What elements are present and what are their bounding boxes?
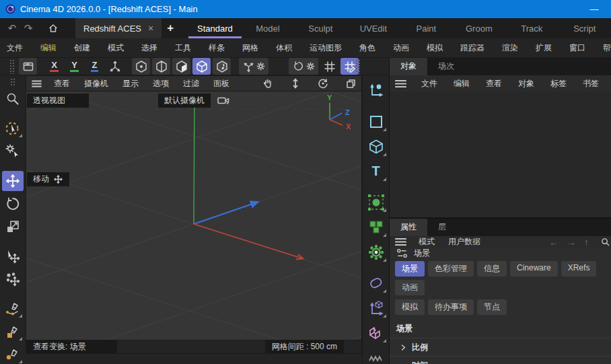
attribute-group-row[interactable]: 比例 xyxy=(390,338,611,356)
rotate-tool-button[interactable] xyxy=(2,194,24,214)
menu-item[interactable]: 创建 xyxy=(74,42,90,54)
deformer-button[interactable] xyxy=(365,272,388,294)
viewport-menu-item[interactable]: 查看 xyxy=(54,78,70,89)
pen-tool-button[interactable] xyxy=(2,344,24,364)
menu-item[interactable]: 渲染 xyxy=(502,42,518,54)
menu-item[interactable]: 窗口 xyxy=(569,42,585,54)
category-tab[interactable]: 动画 xyxy=(395,280,425,295)
category-tab[interactable]: 信息 xyxy=(477,261,507,277)
object-list[interactable] xyxy=(390,92,611,217)
menu-item[interactable]: 模式 xyxy=(108,42,124,54)
enable-axis-button[interactable] xyxy=(239,58,268,75)
category-tab[interactable]: XRefs xyxy=(561,261,597,277)
object-menu-item[interactable]: 查看 xyxy=(486,78,502,89)
layout-tab[interactable]: Standard xyxy=(188,18,241,38)
menu-item[interactable]: 网格 xyxy=(242,42,258,54)
model-mode-button[interactable] xyxy=(192,58,211,75)
layout-tab[interactable]: Track xyxy=(505,18,558,38)
edges-mode-button[interactable] xyxy=(152,58,170,75)
coordinate-system-button[interactable] xyxy=(106,58,124,75)
viewport-menu-item[interactable]: 过滤 xyxy=(183,78,199,89)
viewport-menu-item[interactable]: 面板 xyxy=(213,78,229,89)
generator-button[interactable] xyxy=(365,191,388,213)
undo-button[interactable]: ↶ xyxy=(4,18,20,38)
cube-primitive-button[interactable] xyxy=(365,135,388,157)
hamburger-icon[interactable] xyxy=(32,80,42,87)
redo-button[interactable]: ↷ xyxy=(20,18,36,38)
search-icon[interactable] xyxy=(601,238,610,246)
menu-item[interactable]: 跟踪器 xyxy=(460,42,484,54)
layout-tab[interactable]: Paint xyxy=(400,18,452,38)
attribute-tab[interactable]: 层 xyxy=(427,219,457,236)
object-menu-item[interactable]: 标签 xyxy=(550,78,567,89)
attribute-menu-item[interactable]: 用户数据 xyxy=(448,236,480,248)
scale-tool-button[interactable] xyxy=(2,217,24,237)
lock-x-axis-button[interactable]: X xyxy=(45,58,63,75)
polygons-mode-button[interactable] xyxy=(172,58,190,75)
toolbar-drag-handle[interactable] xyxy=(9,59,15,74)
menu-item[interactable]: 帮助 xyxy=(603,42,611,54)
sketch-pen-tool-button[interactable] xyxy=(2,322,24,342)
menu-item[interactable]: 体积 xyxy=(276,42,292,54)
normal-rotate-button[interactable] xyxy=(289,58,318,75)
tweak-tool-button[interactable] xyxy=(2,141,24,161)
add-tab-button[interactable]: + xyxy=(161,18,179,38)
menu-item[interactable]: 角色 xyxy=(359,42,375,54)
category-tab[interactable]: 待办事项 xyxy=(428,299,474,315)
category-tab[interactable]: 模拟 xyxy=(395,299,425,315)
comb-tool-button[interactable] xyxy=(365,353,388,364)
viewport-menu-item[interactable]: 摄像机 xyxy=(84,78,108,89)
mode-toggle-icon[interactable] xyxy=(396,248,408,258)
object-menu-item[interactable]: 对象 xyxy=(518,78,534,89)
menu-item[interactable]: 文件 xyxy=(7,42,23,54)
viewport-menu-item[interactable]: 显示 xyxy=(122,78,139,89)
text-tool-button[interactable]: T xyxy=(365,160,388,182)
orbit-icon[interactable] xyxy=(318,78,328,89)
view-label[interactable]: 透视视图 xyxy=(27,94,89,108)
history-nav-button[interactable]: ← xyxy=(549,237,559,248)
texture-mode-button[interactable] xyxy=(213,58,231,75)
home-button[interactable] xyxy=(43,18,63,38)
layout-tab[interactable]: Groom xyxy=(453,18,505,38)
history-nav-button[interactable]: ↑ xyxy=(584,237,589,248)
category-tab[interactable]: 色彩管理 xyxy=(428,261,474,277)
attribute-menu-item[interactable]: 模式 xyxy=(419,236,435,248)
menu-item[interactable]: 编辑 xyxy=(40,42,57,54)
object-menu-item[interactable]: 书签 xyxy=(583,78,599,89)
pan-hand-icon[interactable] xyxy=(262,78,273,89)
object-menu-item[interactable]: 编辑 xyxy=(454,78,470,89)
live-selection-tool-button[interactable] xyxy=(2,118,24,139)
lock-z-axis-button[interactable]: Z xyxy=(85,58,104,75)
multi-move-tool-button[interactable] xyxy=(2,269,24,289)
menu-item[interactable]: 选择 xyxy=(141,42,157,54)
document-tab[interactable]: Redshift ACES × xyxy=(75,18,161,38)
camera-icon[interactable] xyxy=(217,96,229,105)
minimize-button[interactable]: — xyxy=(583,4,606,14)
maximize-view-icon[interactable] xyxy=(346,79,356,89)
manager-tab[interactable]: 场次 xyxy=(427,58,465,75)
lock-y-axis-button[interactable]: Y xyxy=(65,58,83,75)
menu-item[interactable]: 动画 xyxy=(393,42,409,54)
menu-item[interactable]: 扩展 xyxy=(536,42,552,54)
camera-label[interactable]: 默认摄像机 xyxy=(158,94,211,108)
instance-button[interactable] xyxy=(365,322,388,344)
move-tool-button[interactable] xyxy=(2,171,24,191)
toolbar-drag-handle-right[interactable] xyxy=(355,59,361,74)
menu-item[interactable]: 工具 xyxy=(175,42,191,54)
layout-tab[interactable]: UVEdit xyxy=(347,18,400,38)
points-mode-button[interactable] xyxy=(132,58,150,75)
category-tab[interactable]: 节点 xyxy=(477,299,507,315)
zoom-tool-button[interactable] xyxy=(2,89,24,109)
object-menu-item[interactable]: 文件 xyxy=(421,78,437,89)
workplane-axis-button[interactable] xyxy=(365,297,388,319)
layout-tab[interactable]: Sculpt xyxy=(294,18,347,38)
attribute-group-row[interactable]: 时间 xyxy=(390,356,611,364)
viewport-canvas[interactable]: 透视视图 默认摄像机 移动 xyxy=(26,91,362,340)
hamburger-icon[interactable] xyxy=(395,238,406,246)
layout-tab[interactable]: Model xyxy=(242,18,294,38)
category-tab[interactable]: 场景 xyxy=(395,261,425,277)
menu-item[interactable]: 运动图形 xyxy=(310,42,342,54)
select-move-tool-button[interactable] xyxy=(2,246,24,266)
menu-item[interactable]: 样条 xyxy=(209,42,225,54)
history-nav-button[interactable]: → xyxy=(567,237,576,248)
